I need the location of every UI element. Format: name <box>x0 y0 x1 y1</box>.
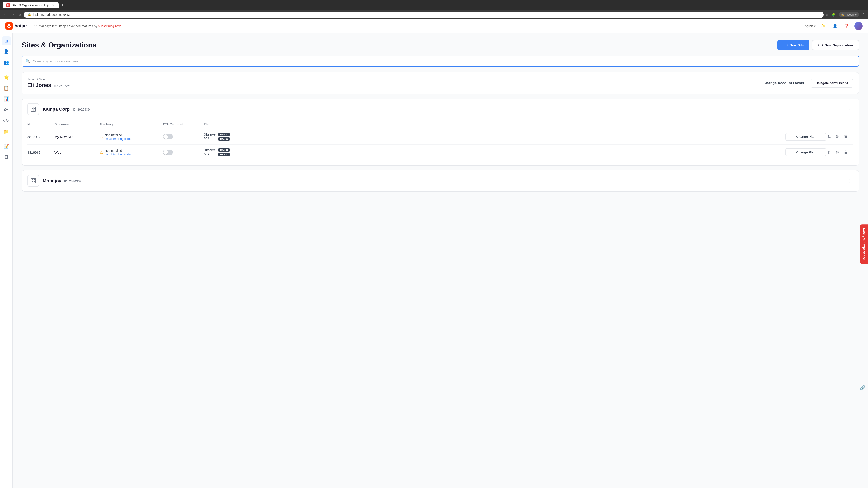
trial-banner: 11 trial days left - keep advanced featu… <box>34 24 121 28</box>
new-organization-button[interactable]: + + New Organization <box>812 40 859 50</box>
svg-rect-9 <box>34 180 35 180</box>
plan-labels-1: Observe Ask <box>204 133 216 140</box>
svg-rect-8 <box>32 180 33 180</box>
chart-icon: 📊 <box>3 96 9 102</box>
org-icon-moodjoy <box>27 175 39 187</box>
table-row: 3817012 My New Site ⚠ Not installed Inst… <box>27 129 853 144</box>
svg-rect-7 <box>31 178 36 183</box>
svg-rect-5 <box>34 109 35 110</box>
plan-badges-2: BASIC BASIC <box>218 148 230 156</box>
sidebar-item-display[interactable]: 🖥 <box>2 153 11 162</box>
row-actions-2: ⇅ ⚙ 🗑 <box>826 149 853 156</box>
plan-section-1: Observe Ask BASIC BASIC <box>204 133 785 141</box>
change-plan-button-1[interactable]: Change Plan <box>785 133 826 141</box>
owner-name: Eli Jones <box>27 82 51 88</box>
change-account-owner-button[interactable]: Change Account Owner <box>760 78 808 88</box>
sidebar-item-favorites[interactable]: ⭐ <box>2 73 11 82</box>
logo-text: hotjar <box>14 23 27 29</box>
subscribe-link[interactable]: subscribing now <box>98 24 121 28</box>
forward-button[interactable]: → <box>10 12 16 18</box>
back-button[interactable]: ← <box>3 12 8 18</box>
twofa-toggle-switch-2[interactable] <box>163 150 173 155</box>
code-icon: </> <box>3 118 9 123</box>
refresh-button[interactable]: ↻ <box>17 12 22 18</box>
sidebar-item-code[interactable]: </> <box>2 116 11 125</box>
sidebar-collapse-btn[interactable]: → <box>2 481 11 488</box>
org-card-kampa: Kampa Corp ID: 2922639 ⋮ Id Site name Tr… <box>22 98 859 166</box>
header-actions: English ▾ ✨ 👤 ❓ <box>803 22 863 30</box>
browser-tabs: H Sites & Organizations - Hotjar ✕ + <box>3 2 66 8</box>
col-header-extra <box>826 123 853 126</box>
sidebar-item-analytics[interactable]: 📊 <box>2 94 11 103</box>
clipboard-icon: 📋 <box>3 86 9 91</box>
sidebar-item-files[interactable]: 📁 <box>2 127 11 136</box>
incognito-icon: 🕵 <box>841 13 844 16</box>
help-button[interactable]: ❓ <box>843 22 851 30</box>
delegate-permissions-button[interactable]: Delegate permissions <box>811 78 853 88</box>
org-header-kampa: Kampa Corp ID: 2922639 ⋮ <box>22 99 859 120</box>
new-site-button[interactable]: + + New Site <box>777 40 809 50</box>
col-header-twofa: 2FA Required <box>163 123 204 126</box>
twofa-toggle-switch-1[interactable] <box>163 134 173 139</box>
transfer-button-1[interactable]: ⇅ <box>826 133 832 140</box>
user-avatar[interactable] <box>855 22 863 30</box>
lang-chevron-icon: ▾ <box>814 24 815 28</box>
address-bar[interactable]: 🔒 insights.hotjar.com/site/list <box>24 11 824 18</box>
transfer-button-2[interactable]: ⇅ <box>826 149 832 156</box>
twofa-toggle-1 <box>163 134 204 139</box>
star-icon: ⭐ <box>3 74 9 80</box>
sidebar-item-list[interactable]: 📝 <box>2 142 11 151</box>
svg-rect-10 <box>32 181 33 182</box>
lock-icon: 🔒 <box>27 13 31 17</box>
settings-button-1[interactable]: ⚙ <box>834 133 840 140</box>
browser-window-bar: H Sites & Organizations - Hotjar ✕ + <box>0 0 868 10</box>
bookmark-icon[interactable]: ☆ <box>826 13 829 17</box>
hotjar-logo: hotjar <box>5 22 27 30</box>
install-tracking-link-1[interactable]: Install tracking code <box>105 137 131 140</box>
sidebar-item-teams[interactable]: 👥 <box>2 58 11 67</box>
org-card-moodjoy: Moodjoy ID: 2920967 ⋮ <box>22 170 859 192</box>
delete-button-1[interactable]: 🗑 <box>842 133 849 140</box>
incognito-label: Incognito <box>846 13 857 16</box>
sidebar-item-security[interactable]: 🛍 <box>2 105 11 114</box>
delete-button-2[interactable]: 🗑 <box>842 149 849 156</box>
settings-button-2[interactable]: ⚙ <box>834 149 840 156</box>
toggle-knob-2 <box>163 150 168 155</box>
row-actions-1: ⇅ ⚙ 🗑 <box>826 133 853 140</box>
plan-ask-2: Ask <box>204 152 216 156</box>
col-header-tracking: Tracking <box>100 123 163 126</box>
display-icon: 🖥 <box>4 155 8 160</box>
svg-rect-11 <box>34 181 35 182</box>
new-tab-button[interactable]: + <box>59 2 66 8</box>
tab-close-btn[interactable]: ✕ <box>52 3 55 7</box>
url-display: insights.hotjar.com/site/list <box>33 13 70 17</box>
search-input[interactable] <box>22 56 859 67</box>
sites-grid-icon: ⊞ <box>4 38 8 43</box>
sidebar-divider-1 <box>3 70 10 70</box>
rate-experience-widget[interactable]: Rate your experience <box>860 224 868 264</box>
main-content: Sites & Organizations + + New Site + + N… <box>13 33 868 488</box>
active-tab[interactable]: H Sites & Organizations - Hotjar ✕ <box>3 2 59 8</box>
plan-ask-1: Ask <box>204 136 216 140</box>
link-icon[interactable]: 🔗 <box>860 385 865 390</box>
change-plan-button-2[interactable]: Change Plan <box>785 148 826 156</box>
sidebar-item-events[interactable]: 📋 <box>2 84 11 93</box>
install-tracking-link-2[interactable]: Install tracking code <box>105 153 131 156</box>
org-menu-button-kampa[interactable]: ⋮ <box>845 105 853 113</box>
plan-observe-1: Observe <box>204 133 216 136</box>
col-header-actions <box>785 123 826 126</box>
search-container: 🔍 <box>22 56 859 67</box>
browser-menu-icon[interactable]: ⋮ <box>862 13 865 17</box>
invite-user-button[interactable]: 👤 <box>831 22 839 30</box>
org-menu-button-moodjoy[interactable]: ⋮ <box>845 176 853 185</box>
twofa-toggle-2 <box>163 150 204 155</box>
sparkle-button[interactable]: ✨ <box>819 22 827 30</box>
tracking-status-1: ⚠ Not installed Install tracking code <box>100 133 163 140</box>
browser-toolbar: ← → ↻ 🔒 insights.hotjar.com/site/list ☆ … <box>0 10 868 19</box>
building-icon-2 <box>30 177 36 184</box>
extensions-icon[interactable]: 🧩 <box>831 13 836 17</box>
sidebar-item-users[interactable]: 👤 <box>2 47 11 56</box>
language-selector[interactable]: English ▾ <box>803 24 815 28</box>
sidebar-item-sites[interactable]: ⊞ <box>2 36 11 45</box>
sidebar-bottom: → <box>2 481 11 488</box>
